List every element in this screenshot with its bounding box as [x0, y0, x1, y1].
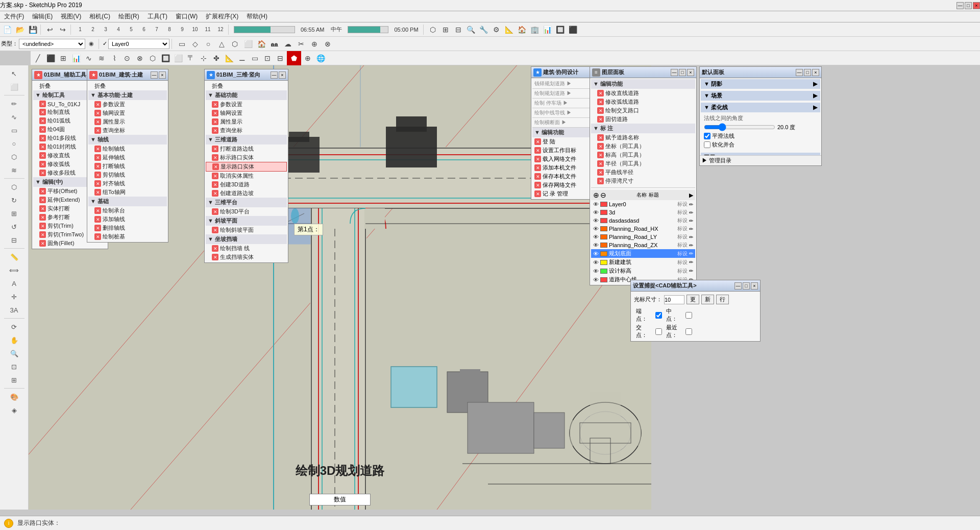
layer-radius-tool[interactable]: ✕半径（同工具） [591, 159, 695, 168]
orbit-tool[interactable]: ⟳ [8, 321, 20, 333]
tape-tool[interactable]: 📏 [8, 251, 20, 263]
menu-extensions[interactable]: 扩展程序(X) [202, 11, 242, 22]
draw-btn-8[interactable]: ⊙ [121, 52, 133, 64]
3d-section-platform[interactable]: ▼ 三维平台 [206, 198, 287, 207]
civil-group-axis[interactable]: ✕组To轴网 [88, 188, 167, 197]
panel-cad-minimize[interactable]: — [734, 282, 742, 290]
num9-button[interactable]: 9 [176, 23, 188, 36]
civil-fold[interactable]: 折叠 [88, 82, 167, 90]
draw-btn-11[interactable]: 🔲 [159, 52, 172, 64]
draw-btn-9[interactable]: ⊗ [134, 52, 146, 64]
layer-row-planning-base[interactable]: 👁 规划底面 标设 ✏ [591, 249, 695, 258]
component-tool[interactable]: ⬜ [8, 81, 20, 93]
layer-edit-icon[interactable]: ✏ [689, 226, 693, 232]
freehand-tool[interactable]: ≋ [8, 164, 20, 176]
civil-axis[interactable]: ✕轴网设置 [88, 109, 167, 117]
num4-button[interactable]: 4 [112, 23, 125, 36]
panel-cad-titlebar[interactable]: 设置捕捉<CAD辅助工具> — □ × [631, 280, 760, 292]
draw-btn-6[interactable]: ≋ [95, 52, 108, 64]
menu-draw[interactable]: 绘图(R) [114, 11, 143, 22]
3d-gen-wall-solid[interactable]: ✕生成挡墙实体 [206, 253, 287, 261]
type-icon[interactable]: ◉ [86, 39, 96, 49]
extra-tool-1[interactable]: ◈ [8, 404, 20, 416]
num8-button[interactable]: 8 [163, 23, 176, 36]
cad-endpoint-check[interactable] [655, 312, 662, 319]
3d-draw-slope[interactable]: ✕绘制斜坡平面 [206, 226, 287, 234]
draw-btn-23[interactable]: 🌐 [314, 52, 327, 64]
cad-new-btn[interactable]: 新 [701, 295, 714, 304]
layer-row-planning-hx[interactable]: 👁 Planning_Road_HX 标设 ✏ [591, 225, 695, 233]
layer-add-btn[interactable]: ⊕ [593, 191, 599, 199]
redo-button[interactable]: ↪ [57, 23, 69, 36]
draw-btn-20[interactable]: ⊟ [274, 52, 286, 64]
tool-btn-h[interactable]: 🏠 [516, 23, 528, 36]
panel-3d-close[interactable]: × [279, 71, 286, 79]
menu-tools[interactable]: 工具(T) [143, 11, 172, 22]
arc-tool[interactable]: ∿ [8, 111, 20, 123]
type-select[interactable]: <undefined> [19, 39, 85, 49]
layer-row-das[interactable]: 👁 dasdasdasd 标设 ✏ [591, 216, 695, 225]
zoom-tool[interactable]: 🔍 [8, 347, 20, 359]
civil-section-base[interactable]: ▼ 基础 [88, 197, 167, 206]
3d-break-road[interactable]: ✕打断道路边线 [206, 144, 287, 153]
layer-edit-icon[interactable]: ✏ [689, 202, 693, 207]
3d-axis[interactable]: ✕轴网设置 [206, 109, 287, 117]
3d-coord[interactable]: ✕查询坐标 [206, 126, 287, 135]
zoom-window-tool[interactable]: ⊡ [8, 360, 20, 373]
panel-default-max[interactable]: □ [804, 69, 811, 76]
panel-civil-minimize[interactable]: — [151, 71, 158, 79]
cad-update-btn[interactable]: 更 [687, 295, 699, 304]
draw-btn-15[interactable]: ✤ [210, 52, 223, 64]
civil-align-axis[interactable]: ✕对齐轴线 [88, 179, 167, 188]
layer-edit-icon[interactable]: ✏ [689, 218, 693, 224]
rectangle-tool[interactable]: ▭ [8, 124, 20, 136]
push-tool[interactable]: ⬡ [8, 181, 20, 193]
draw-btn-17[interactable]: ⚊ [236, 52, 248, 64]
draw-btn-10[interactable]: ⬡ [146, 52, 159, 64]
num12-button[interactable]: 12 [214, 23, 227, 36]
panel-default-titlebar[interactable]: 默认面板 — □ × [700, 67, 821, 78]
scene-section-title[interactable]: ▼ 场景 ▶ [701, 91, 820, 101]
civil-break-axis[interactable]: ✕打断轴线 [88, 162, 167, 171]
shape-btn-11[interactable]: ⊕ [308, 38, 321, 50]
cad-exec-btn[interactable]: 行 [716, 295, 729, 304]
cad-intersection-check[interactable] [655, 328, 662, 335]
offset-tool[interactable]: ⊟ [8, 234, 20, 246]
shape-btn-8[interactable]: 🏘 [268, 38, 281, 50]
shape-btn-4[interactable]: △ [215, 38, 228, 50]
draw-btn-22[interactable]: ⊕ [302, 52, 314, 64]
save-button[interactable]: 💾 [27, 23, 39, 36]
pencil-tool[interactable]: ✏ [8, 98, 20, 110]
civil-section-axis[interactable]: ▼ 轴线 [88, 135, 167, 144]
close-button[interactable]: × [973, 2, 980, 9]
dimension-tool[interactable]: ⟺ [8, 264, 20, 276]
shape-btn-1[interactable]: ▭ [176, 38, 188, 50]
draw-btn-19[interactable]: ⊡ [261, 52, 274, 64]
panel-layer-close[interactable]: × [687, 69, 694, 76]
3d-fold[interactable]: 折叠 [206, 82, 287, 90]
text-tool[interactable]: A [8, 277, 20, 290]
menu-view[interactable]: 视图(V) [57, 11, 85, 22]
num7-button[interactable]: 7 [151, 23, 163, 36]
layer-select[interactable]: Layer0 [108, 39, 169, 49]
civil-coord[interactable]: ✕查询坐标 [88, 126, 167, 135]
draw-btn-2[interactable]: ⬛ [44, 52, 57, 64]
draw-btn-16[interactable]: 📐 [223, 52, 235, 64]
panel-default-close[interactable]: × [812, 69, 819, 76]
3d-section-road[interactable]: ▼ 三维道路 [206, 135, 287, 144]
follow-tool[interactable]: ↻ [8, 194, 20, 206]
num11-button[interactable]: 11 [202, 23, 214, 36]
layer-mod-arc-road[interactable]: ✕修改弧线道路 [591, 98, 695, 106]
3d-cancel-solid[interactable]: ✕取消实体属性 [206, 172, 287, 180]
cad-scale-input[interactable] [664, 295, 684, 304]
layer-bay-size[interactable]: ✕停滞湾尺寸 [591, 177, 695, 185]
shape-btn-9[interactable]: ☁ [282, 38, 294, 50]
tool-btn-j[interactable]: 📊 [542, 23, 554, 36]
draw-btn-3[interactable]: ⊞ [57, 52, 69, 64]
menu-file[interactable]: 文件(F) [0, 11, 28, 22]
layer-coord-tool[interactable]: ✕坐标（同工具） [591, 142, 695, 151]
layer-del-btn[interactable]: ⊖ [600, 191, 606, 199]
layer-fixed-road[interactable]: ✕固切道路 [591, 115, 695, 124]
layer-row-layer0[interactable]: 👁 Layer0 标设 ✏ [591, 200, 695, 208]
tool-btn-f[interactable]: ⚙ [491, 23, 503, 36]
